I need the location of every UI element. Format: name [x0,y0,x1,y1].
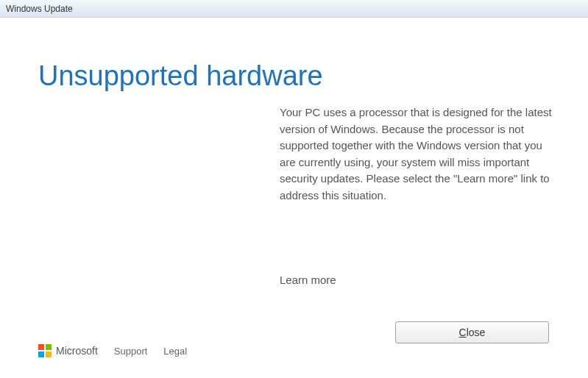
close-button[interactable]: Close [395,321,549,343]
close-label-suffix: lose [467,327,486,338]
content-area: Unsupported hardware Your PC uses a proc… [0,18,588,378]
logo-square-blue [38,352,44,357]
close-label-accesskey: C [459,327,467,338]
learn-more-link[interactable]: Learn more [280,274,336,286]
window-title: Windows Update [6,4,73,14]
footer: Microsoft Support Legal [38,344,187,357]
titlebar: Windows Update [0,0,588,18]
microsoft-logo-icon [38,344,52,357]
message-text: Your PC uses a processor that is designe… [280,104,552,204]
legal-link[interactable]: Legal [163,346,187,357]
logo-square-yellow [46,352,52,357]
page-heading: Unsupported hardware [38,59,323,94]
microsoft-brand-text: Microsoft [56,345,98,357]
logo-square-red [38,344,44,350]
support-link[interactable]: Support [114,346,148,357]
microsoft-logo: Microsoft [38,344,98,357]
logo-square-green [46,344,52,350]
